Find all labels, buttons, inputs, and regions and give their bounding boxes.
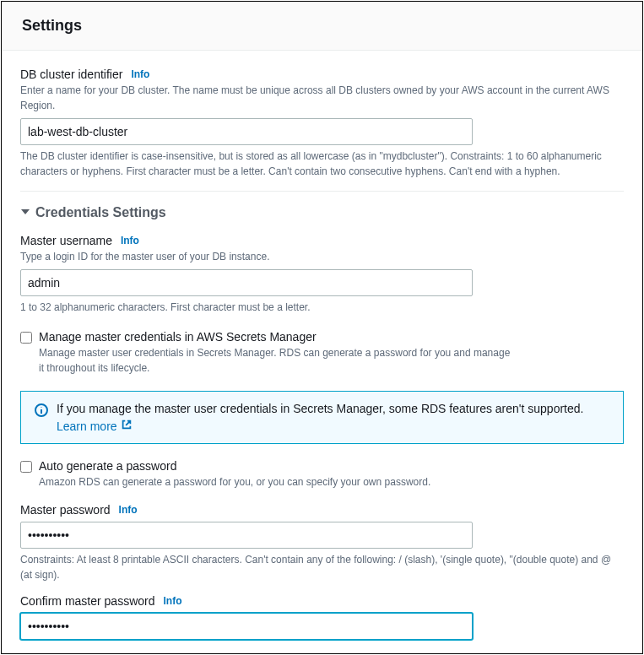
external-link-icon <box>121 419 133 433</box>
settings-title: Settings <box>2 2 642 51</box>
secrets-manager-info-box: If you manage the master user credential… <box>20 391 624 444</box>
info-icon <box>35 403 48 420</box>
cluster-id-label: DB cluster identifier <box>20 68 122 81</box>
credentials-settings-toggle[interactable]: Credentials Settings <box>2 192 642 234</box>
secrets-manager-checkbox[interactable] <box>20 332 32 344</box>
confirm-password-label: Confirm master password <box>20 594 155 608</box>
caret-down-icon <box>20 205 30 220</box>
master-username-info-link[interactable]: Info <box>121 235 139 246</box>
master-password-input[interactable] <box>20 522 473 549</box>
confirm-password-info-link[interactable]: Info <box>164 595 182 607</box>
secrets-manager-label[interactable]: Manage master credentials in AWS Secrets… <box>39 330 317 344</box>
master-password-label: Master password <box>20 503 111 517</box>
master-username-desc: Type a login ID for the master user of y… <box>20 249 624 264</box>
master-username-hint: 1 to 32 alphanumeric characters. First c… <box>20 300 624 315</box>
secrets-manager-desc: Manage master user credentials in Secret… <box>39 345 511 376</box>
info-box-text: If you manage the master user credential… <box>57 402 609 415</box>
credentials-settings-header: Credentials Settings <box>35 205 166 220</box>
cluster-id-hint: The DB cluster identifier is case-insens… <box>20 149 624 179</box>
confirm-password-input[interactable] <box>20 613 473 640</box>
cluster-id-info-link[interactable]: Info <box>131 68 149 80</box>
master-username-input[interactable] <box>20 269 473 296</box>
learn-more-link[interactable]: Learn more <box>57 419 133 433</box>
learn-more-label: Learn more <box>57 420 117 433</box>
master-password-hint: Constraints: At least 8 printable ASCII … <box>20 552 624 582</box>
master-username-label: Master username <box>20 234 112 247</box>
cluster-id-desc: Enter a name for your DB cluster. The na… <box>20 83 624 113</box>
master-password-info-link[interactable]: Info <box>119 504 138 516</box>
auto-generate-label[interactable]: Auto generate a password <box>39 459 176 473</box>
cluster-id-input[interactable] <box>20 118 473 145</box>
auto-generate-checkbox[interactable] <box>20 461 32 473</box>
auto-generate-desc: Amazon RDS can generate a password for y… <box>39 474 511 490</box>
svg-point-2 <box>41 407 42 408</box>
